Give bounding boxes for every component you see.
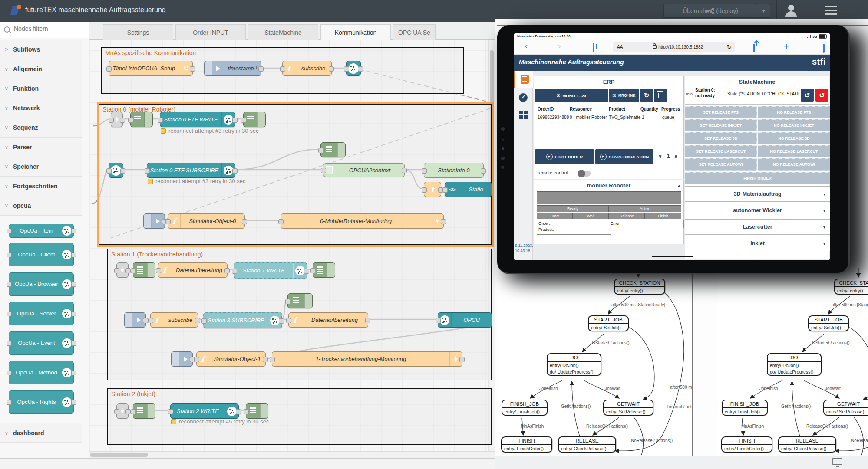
node-debug[interactable] bbox=[313, 262, 335, 278]
share-icon[interactable] bbox=[753, 44, 755, 52]
dropdown-autonomer-wickler[interactable]: autonomer Wickler▾ bbox=[685, 203, 830, 218]
no-release-fts-button[interactable]: NO RELEASE FTS bbox=[758, 106, 830, 118]
dropdown-lasercutter[interactable]: Lasercutter▾ bbox=[685, 219, 830, 235]
no-release-lasercut-button[interactable]: NO RELEASE LASERCUT bbox=[758, 145, 830, 157]
debug-toggle-button[interactable] bbox=[147, 263, 155, 277]
node-debug[interactable] bbox=[133, 403, 155, 419]
node-stationinfo-0[interactable]: StationInfo 0 bbox=[424, 163, 484, 178]
palette-cat-subflows[interactable]: >Subflows bbox=[0, 40, 82, 59]
remote-control-toggle[interactable] bbox=[578, 171, 591, 177]
node-link-in[interactable] bbox=[111, 112, 123, 127]
node-station3-subscribe[interactable]: Station 3 SUBSCRIBE bbox=[203, 312, 282, 328]
set-release-autowi-button[interactable]: SET RELEASE AUTOWI bbox=[685, 158, 757, 171]
node-inject[interactable] bbox=[143, 213, 165, 229]
stepper-up-button[interactable]: ∧ bbox=[674, 154, 678, 159]
bookmarks-icon[interactable] bbox=[593, 43, 594, 52]
node-template-station[interactable]: </> Statio bbox=[445, 182, 492, 197]
debug-toggle-button[interactable] bbox=[260, 404, 268, 418]
node-debug[interactable] bbox=[243, 112, 266, 127]
debug-toggle-button[interactable] bbox=[327, 263, 335, 277]
palette-cat-allgemein[interactable]: ∨Allgemein bbox=[0, 59, 82, 79]
debug-toggle-button[interactable] bbox=[145, 112, 152, 127]
palette-node-opcua-event[interactable]: OpcUa - Event bbox=[9, 331, 74, 355]
forward-button[interactable]: › bbox=[558, 41, 561, 51]
palette-node-opcua-client[interactable]: OpcUa - Client bbox=[9, 243, 74, 266]
grid-view-icon[interactable] bbox=[519, 111, 523, 114]
node-mobilerroboter-monitoring[interactable]: 0-MobilerRoboter-Monitoring bbox=[281, 213, 444, 229]
inject-button[interactable] bbox=[144, 214, 152, 228]
node-simulator-object-0[interactable]: f Simulator-Object-0 bbox=[168, 213, 245, 229]
display-icon[interactable] bbox=[832, 458, 842, 465]
finish-order-button[interactable]: FINISH ORDER bbox=[685, 172, 830, 184]
palette-cat-fortgeschritten[interactable]: ∨Fortgeschritten bbox=[0, 177, 82, 196]
node-opcua-item[interactable] bbox=[346, 61, 361, 76]
palette-cat-netzwerk[interactable]: ∨Netzwerk bbox=[0, 98, 82, 118]
main-menu-button[interactable] bbox=[825, 6, 837, 16]
node-station0-ftf-write[interactable]: Station 0 FTF WRITE bbox=[160, 112, 235, 127]
palette-node-opcua-rights[interactable]: OpcUa - Rights bbox=[9, 390, 74, 414]
node-function-subscribe[interactable]: f subscribe bbox=[282, 61, 332, 76]
set-release-3d-button[interactable]: SET RELEASE 3D bbox=[685, 132, 757, 144]
mro-ink-order-button[interactable]: ✉MRO+INK bbox=[609, 89, 639, 102]
palette-node-opcua-method[interactable]: OpcUa - Method bbox=[9, 361, 74, 384]
quantity-stepper[interactable]: 1 bbox=[667, 153, 670, 159]
refresh-orders-button[interactable]: ↻ bbox=[640, 89, 653, 102]
node-opcua-item[interactable] bbox=[109, 163, 123, 178]
debug-toggle-button[interactable] bbox=[304, 294, 312, 308]
new-tab-button[interactable]: + bbox=[784, 41, 789, 52]
palette-node-opcua-item[interactable]: OpcUa - Item bbox=[9, 224, 74, 238]
tab-statemachine[interactable]: StateMachine bbox=[248, 24, 318, 40]
node-opcua2context[interactable]: OPCUA2context bbox=[323, 163, 405, 177]
no-release-autowi-button[interactable]: NO RELEASE AUTOWI bbox=[758, 158, 830, 171]
palette-node-opcua-browser[interactable]: OpcUa - Browser bbox=[9, 272, 74, 296]
node-link-in[interactable] bbox=[116, 403, 129, 419]
text-size-button[interactable]: AA bbox=[617, 45, 623, 49]
node-debug[interactable] bbox=[130, 112, 153, 127]
node-datenaufbereitung-1[interactable]: f Datenaufbereitung bbox=[158, 262, 228, 278]
tab-order-input[interactable]: Order INPUT bbox=[175, 24, 246, 40]
node-inject[interactable] bbox=[171, 351, 193, 367]
collapse-icon[interactable]: ▴ bbox=[678, 183, 680, 187]
inject-button[interactable] bbox=[172, 352, 179, 366]
node-opcua-write-cut[interactable]: OPCU bbox=[438, 312, 492, 328]
palette-cat-speicher[interactable]: ∨Speicher bbox=[0, 157, 82, 177]
node-debug[interactable] bbox=[133, 262, 155, 278]
node-inject[interactable] bbox=[124, 312, 146, 328]
back-button[interactable]: ‹ bbox=[525, 41, 528, 51]
node-trockenvorbehandlung-monitoring[interactable]: 1-Trockenvorbehandlung-Monitoring bbox=[272, 351, 462, 367]
start-simulation-button[interactable]: ▶START-SIMULATION bbox=[595, 149, 653, 164]
undo-button[interactable]: ↺ bbox=[801, 89, 814, 102]
palette-cat-sequenz[interactable]: ∨Sequenz bbox=[0, 118, 82, 138]
debug-toggle-button[interactable] bbox=[257, 112, 265, 127]
moro-order-button[interactable]: ✉MORO 1-->3 bbox=[535, 89, 608, 102]
node-debug[interactable] bbox=[287, 293, 313, 308]
dropdown-3d-materialauftrag[interactable]: 3D-Materialauftrag▾ bbox=[685, 186, 830, 202]
palette-cat-parser[interactable]: ∨Parser bbox=[0, 138, 82, 157]
node-link-in[interactable] bbox=[116, 262, 129, 278]
reset-button[interactable]: ↺ bbox=[815, 89, 828, 102]
palette-cat-funktion[interactable]: ∨Funktion bbox=[0, 79, 82, 98]
palette-cat-dashboard[interactable]: ∨dashboard bbox=[0, 423, 82, 443]
sidebar-item-orders[interactable] bbox=[514, 71, 533, 88]
set-release-inkjet-button[interactable]: SET RELEASE INKJET bbox=[685, 119, 757, 131]
debug-toggle-button[interactable] bbox=[337, 143, 345, 157]
set-release-lasercut-button[interactable]: SET RELEASE LASERCUT bbox=[685, 145, 757, 157]
tab-settings[interactable]: Settings bbox=[103, 24, 173, 40]
node-station2-write[interactable]: Station 2 WRITE bbox=[170, 403, 239, 419]
deploy-button[interactable]: Übernahme (deploy) bbox=[663, 4, 757, 18]
tabs-icon[interactable] bbox=[823, 44, 825, 53]
search-input[interactable] bbox=[13, 25, 80, 33]
node-debug[interactable] bbox=[246, 403, 268, 419]
stepper-down-button[interactable]: ∨ bbox=[658, 154, 662, 159]
node-debug[interactable] bbox=[320, 142, 346, 157]
palette-cat-opcua[interactable]: ∨opcua bbox=[0, 196, 82, 216]
dropdown-inkjet[interactable]: Inkjet▾ bbox=[685, 236, 830, 251]
node-simulator-object-1[interactable]: f Simulator-Object-1 bbox=[196, 351, 266, 367]
reload-button[interactable]: ↻ bbox=[727, 44, 732, 50]
inject-button[interactable] bbox=[125, 313, 132, 327]
tab-opcua[interactable]: OPC UA Se bbox=[393, 24, 436, 40]
debug-toggle-button[interactable] bbox=[147, 404, 155, 418]
tab-kommunikation[interactable]: Kommunikation bbox=[320, 24, 391, 40]
inject-button[interactable] bbox=[205, 61, 212, 75]
node-datenaufbereitung-2[interactable]: f Datenaufbereitung bbox=[288, 312, 368, 328]
